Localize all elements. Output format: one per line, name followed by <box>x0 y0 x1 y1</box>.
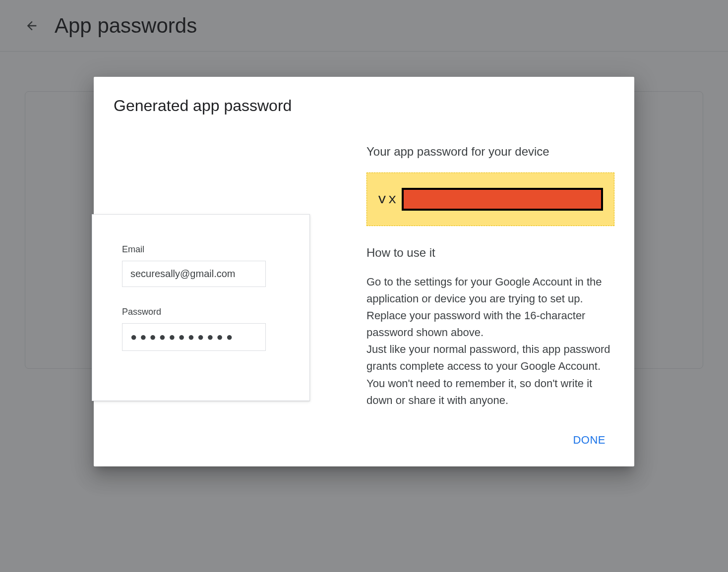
generated-password-modal: Generated app password Email securesally… <box>94 77 634 466</box>
device-password-heading: Your app password for your device <box>366 145 614 159</box>
modal-title: Generated app password <box>114 97 614 115</box>
how-to-use-heading: How to use it <box>366 246 614 260</box>
instructions-text: Go to the settings for your Google Accou… <box>366 274 614 409</box>
password-redaction-block <box>402 188 603 211</box>
password-label: Password <box>122 307 280 317</box>
generated-password-box[interactable]: vx <box>366 172 614 226</box>
modal-body: Email securesally@gmail.com Password ●●●… <box>114 145 614 409</box>
modal-actions: DONE <box>114 429 614 452</box>
instructions-paragraph-1: Go to the settings for your Google Accou… <box>366 276 602 339</box>
email-label: Email <box>122 244 280 255</box>
modal-overlay: Generated app password Email securesally… <box>0 0 728 572</box>
instructions-paragraph-2: Just like your normal password, this app… <box>366 343 610 406</box>
done-button[interactable]: DONE <box>564 429 614 452</box>
instructions-column: Your app password for your device vx How… <box>366 145 614 409</box>
password-illustration-value: ●●●●●●●●●●● <box>122 323 266 351</box>
password-visible-prefix: vx <box>378 192 399 207</box>
email-illustration-value: securesally@gmail.com <box>122 261 266 287</box>
illustration-column: Email securesally@gmail.com Password ●●●… <box>114 145 337 409</box>
login-illustration-card: Email securesally@gmail.com Password ●●●… <box>92 214 310 401</box>
